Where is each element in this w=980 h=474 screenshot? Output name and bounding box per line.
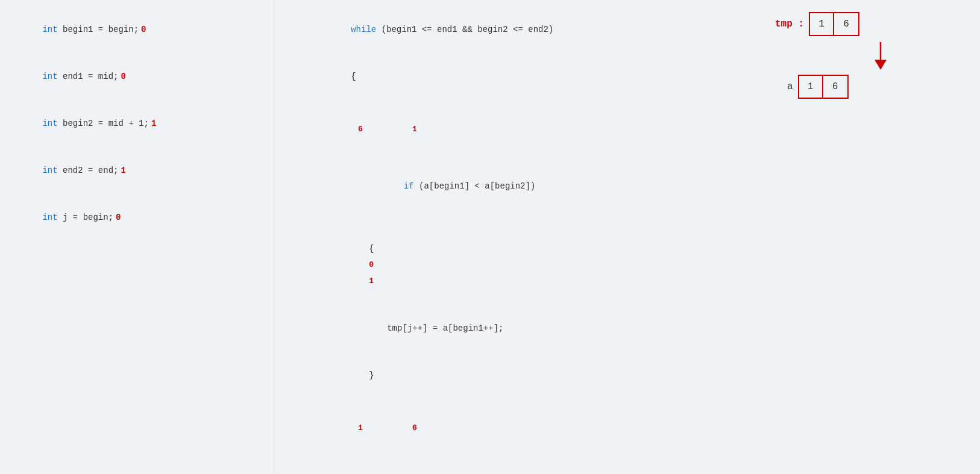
red-1-sub: 1 xyxy=(369,276,374,285)
annot-4: 1 xyxy=(121,166,125,175)
red-1-above-begin2b: 1 xyxy=(358,420,363,436)
annot-1: 0 xyxy=(141,25,146,34)
kw-int-3: int xyxy=(42,119,57,128)
left-line-4: int end2 = end;1 xyxy=(12,147,262,194)
if-block-1: 6 1 if (a[begin1] < a[begin2]) xyxy=(292,100,962,225)
rline-7: 1 6 if (a[begin2] < a[begin1]) xyxy=(292,399,962,474)
tmp-box-container: tmp : 1 6 xyxy=(775,12,956,36)
a-cell-1: 6 xyxy=(823,76,847,98)
annot-5: 0 xyxy=(116,213,121,222)
rline-3: 6 1 if (a[begin1] < a[begin2]) xyxy=(292,100,962,225)
left-line-3: int begin2 = mid + 1;1 xyxy=(12,100,262,147)
a-array-box: 1 6 xyxy=(798,75,849,99)
rline-5: tmp[j++] = a[begin1++]; xyxy=(292,305,962,352)
annot-2: 0 xyxy=(121,72,125,81)
tmp-cell-0: 1 xyxy=(810,13,834,35)
left-line-5: int j = begin;0 xyxy=(12,194,262,241)
kw-int-1: int xyxy=(42,25,57,34)
red-1-above-begin2: 1 xyxy=(412,122,417,137)
a-box-container: a 1 6 xyxy=(787,75,956,99)
tmp-label: tmp : xyxy=(775,19,804,30)
rline-6: } xyxy=(292,352,962,399)
kw-int-5: int xyxy=(42,213,57,222)
annot-3: 1 xyxy=(151,119,156,128)
left-panel: int begin1 = begin;0 int end1 = mid;0 in… xyxy=(0,0,274,474)
kw-int-4: int xyxy=(42,166,57,175)
if-block-2: 1 6 if (a[begin2] < a[begin1]) xyxy=(292,399,962,474)
diagram-area: tmp : 1 6 a 1 6 xyxy=(775,12,956,99)
down-arrow-icon xyxy=(868,42,893,72)
svg-marker-1 xyxy=(875,60,887,70)
left-line-1: int begin1 = begin;0 xyxy=(12,6,262,53)
a-cell-0: 1 xyxy=(799,76,823,98)
red-6-above-begin1: 6 xyxy=(358,122,363,137)
red-0-sub: 0 xyxy=(369,260,374,269)
tmp-cell-1: 6 xyxy=(834,13,858,35)
rline-4: { 0 1 xyxy=(292,225,962,305)
kw-int-2: int xyxy=(42,72,57,81)
main-content: int begin1 = begin;0 int end1 = mid;0 in… xyxy=(0,0,980,474)
right-panel: tmp : 1 6 a 1 6 xyxy=(274,0,980,474)
left-line-2: int end1 = mid;0 xyxy=(12,53,262,100)
tmp-array-box: 1 6 xyxy=(809,12,859,36)
a-label: a xyxy=(787,81,793,92)
red-6-above-begin1b: 6 xyxy=(412,420,417,436)
arrow-down xyxy=(805,42,956,72)
